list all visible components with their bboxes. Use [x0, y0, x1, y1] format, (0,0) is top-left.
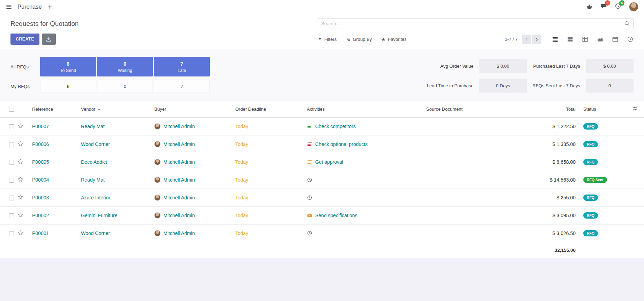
rfqs-sent-last-7-days: 0: [586, 79, 634, 93]
buyer-link[interactable]: Mitchell Admin: [163, 177, 195, 183]
to-send-card[interactable]: 6To Send: [40, 57, 96, 76]
buyer-avatar: [154, 159, 161, 165]
buyer-link[interactable]: Mitchell Admin: [163, 159, 195, 165]
calendar-view-icon[interactable]: [612, 36, 619, 43]
reference-link[interactable]: P00002: [32, 213, 49, 218]
col-header-total[interactable]: Total: [523, 101, 581, 118]
row-checkbox[interactable]: [9, 124, 14, 129]
waiting-card[interactable]: 0Waiting: [97, 57, 153, 76]
messages-menu[interactable]: 5: [600, 3, 607, 11]
col-header-order-deadline[interactable]: Order Deadline: [233, 101, 305, 118]
table-row[interactable]: P00006 Wood Corner Mitchell Admin Today …: [0, 135, 644, 153]
group-by-label: Group By: [353, 37, 372, 42]
table-row[interactable]: P00003 Azure Interior Mitchell Admin Tod…: [0, 189, 644, 207]
pager-previous-button[interactable]: [522, 35, 531, 44]
late-card[interactable]: 7Late: [154, 57, 210, 76]
row-checkbox[interactable]: [9, 178, 14, 183]
vendor-link[interactable]: Ready Mat: [81, 177, 105, 183]
reference-link[interactable]: P00006: [32, 141, 49, 147]
group-by-button[interactable]: Group By: [346, 37, 372, 42]
vendor-link[interactable]: Wood Corner: [81, 141, 110, 147]
col-header-buyer[interactable]: Buyer: [152, 101, 233, 118]
activity-label: Send specifications: [315, 213, 357, 218]
create-button[interactable]: CREATE: [10, 34, 39, 45]
activity-cell[interactable]: Check competitors: [307, 124, 422, 129]
vendor-link[interactable]: Deco Addict: [81, 159, 107, 165]
reference-link[interactable]: P00004: [32, 177, 49, 183]
reference-link[interactable]: P00003: [32, 195, 49, 200]
activity-cell[interactable]: Get approval: [307, 159, 422, 165]
reference-link[interactable]: P00007: [32, 124, 49, 129]
source-document: [424, 171, 523, 189]
buyer-link[interactable]: Mitchell Admin: [163, 124, 195, 129]
activity-cell[interactable]: Send specifications: [307, 213, 422, 218]
status-badge: RFQ: [583, 230, 598, 236]
plus-icon[interactable]: [47, 4, 52, 9]
list-view-icon[interactable]: [552, 36, 558, 43]
reference-link[interactable]: P00005: [32, 159, 49, 165]
favorites-button[interactable]: Favorites: [381, 37, 406, 42]
select-all-checkbox[interactable]: [9, 107, 14, 112]
search-box[interactable]: [318, 18, 634, 29]
filters-button[interactable]: Filters: [318, 37, 336, 42]
order-deadline: Today: [235, 230, 248, 236]
export-button[interactable]: [42, 34, 56, 45]
grand-total: 32,155.00: [555, 248, 576, 253]
table-row[interactable]: P00004 Ready Mat Mitchell Admin Today $ …: [0, 171, 644, 189]
row-checkbox[interactable]: [9, 231, 14, 236]
my-late-card[interactable]: 7: [154, 80, 210, 93]
activity-cell[interactable]: [307, 195, 422, 200]
row-checkbox[interactable]: [9, 160, 14, 165]
buyer-link[interactable]: Mitchell Admin: [163, 195, 195, 200]
favorite-star-icon[interactable]: [17, 141, 23, 147]
search-input[interactable]: [321, 21, 624, 26]
favorite-star-icon[interactable]: [17, 212, 23, 218]
my-to-send-card[interactable]: 6: [40, 80, 96, 93]
col-header-status[interactable]: Status: [581, 101, 627, 118]
buyer-link[interactable]: Mitchell Admin: [163, 230, 195, 236]
table-row[interactable]: P00001 Wood Corner Mitchell Admin Today …: [0, 225, 644, 242]
optional-columns-icon[interactable]: [632, 106, 638, 111]
vendor-link[interactable]: Azure Interior: [81, 195, 110, 200]
row-checkbox[interactable]: [9, 142, 14, 147]
col-header-activities[interactable]: Activities: [305, 101, 424, 118]
buyer-link[interactable]: Mitchell Admin: [163, 141, 195, 147]
pivot-view-icon[interactable]: [582, 36, 589, 43]
favorite-star-icon[interactable]: [17, 123, 23, 129]
favorite-star-icon[interactable]: [17, 230, 23, 236]
vendor-link[interactable]: Wood Corner: [81, 230, 110, 236]
table-row[interactable]: P00007 Ready Mat Mitchell Admin Today Ch…: [0, 118, 644, 135]
activities-menu[interactable]: 0: [615, 3, 621, 11]
activity-cell[interactable]: [307, 177, 422, 183]
favorite-star-icon[interactable]: [17, 159, 23, 164]
row-checkbox[interactable]: [9, 196, 14, 200]
col-header-reference[interactable]: Reference: [30, 101, 79, 118]
col-header-vendor[interactable]: Vendor: [79, 101, 152, 118]
activity-cell[interactable]: [307, 230, 422, 236]
my-waiting-card[interactable]: 0: [97, 80, 153, 93]
buyer-link[interactable]: Mitchell Admin: [163, 213, 195, 218]
graph-view-icon[interactable]: [597, 36, 604, 43]
activities-count-badge: 0: [619, 0, 624, 6]
activity-cell[interactable]: Check optional products: [307, 141, 422, 147]
activity-view-icon[interactable]: [627, 36, 634, 43]
favorite-star-icon[interactable]: [17, 176, 23, 182]
table-row[interactable]: P00005 Deco Addict Mitchell Admin Today …: [0, 153, 644, 171]
control-panel: Requests for Quotation CREATE Filters Gr…: [0, 14, 644, 50]
col-header-source-document[interactable]: Source Document: [424, 101, 523, 118]
pager-next-button[interactable]: [532, 35, 541, 44]
search-icon[interactable]: [624, 21, 630, 27]
reference-link[interactable]: P00001: [32, 230, 49, 236]
favorite-star-icon[interactable]: [17, 194, 23, 200]
total-amount: $ 14,563.00: [550, 177, 576, 183]
table-row[interactable]: P00002 Gemini Furniture Mitchell Admin T…: [0, 207, 644, 225]
app-name[interactable]: Purchase: [17, 3, 42, 10]
bug-icon[interactable]: [586, 3, 593, 10]
kanban-view-icon[interactable]: [567, 36, 573, 43]
vendor-link[interactable]: Gemini Furniture: [81, 213, 117, 218]
row-checkbox[interactable]: [9, 213, 14, 218]
vendor-link[interactable]: Ready Mat: [81, 124, 105, 129]
apps-menu-icon[interactable]: [6, 3, 12, 10]
purchased-last-7-days-label: Purchased Last 7 Days: [532, 64, 580, 69]
user-avatar[interactable]: [629, 2, 638, 12]
